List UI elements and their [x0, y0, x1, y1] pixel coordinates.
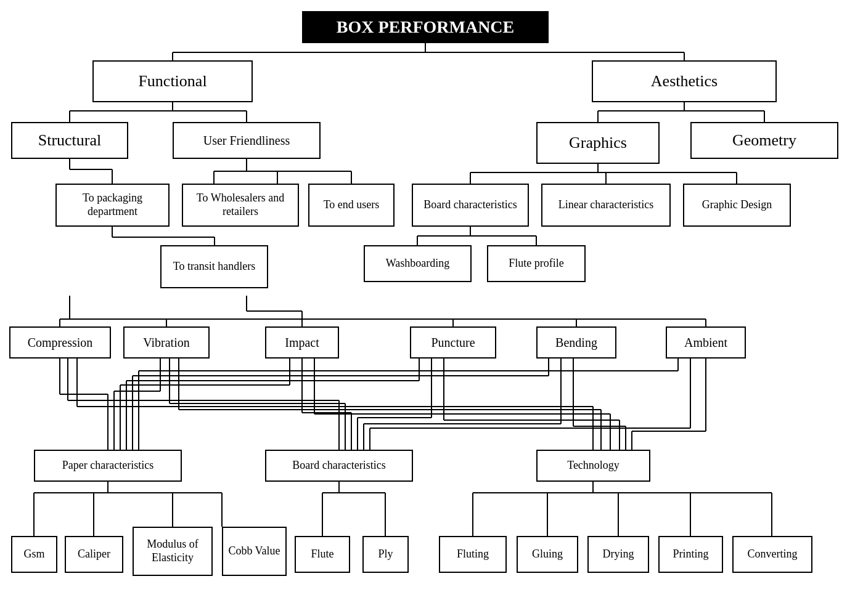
- converting-node: Converting: [732, 536, 812, 573]
- diagram: BOX PERFORMANCE Functional Aesthetics St…: [0, 0, 863, 616]
- to-packaging-node: To packaging department: [55, 184, 170, 227]
- compression-node: Compression: [9, 326, 111, 359]
- gsm-node: Gsm: [11, 536, 57, 573]
- board-char-bottom-node: Board characteristics: [265, 450, 413, 482]
- puncture-node: Puncture: [410, 326, 496, 359]
- functional-node: Functional: [92, 60, 253, 102]
- modulus-node: Modulus of Elasticity: [133, 527, 213, 576]
- drying-node: Drying: [587, 536, 649, 573]
- flute-profile-node: Flute profile: [487, 245, 586, 282]
- graphic-design-node: Graphic Design: [683, 184, 791, 227]
- linear-char-node: Linear characteristics: [541, 184, 671, 227]
- to-end-users-node: To end users: [308, 184, 395, 227]
- board-char-top-node: Board characteristics: [412, 184, 529, 227]
- ply-node: Ply: [362, 536, 409, 573]
- technology-node: Technology: [536, 450, 650, 482]
- gluing-node: Gluing: [517, 536, 578, 573]
- cobb-node: Cobb Value: [222, 527, 287, 576]
- bending-node: Bending: [536, 326, 616, 359]
- printing-node: Printing: [658, 536, 723, 573]
- vibration-node: Vibration: [123, 326, 210, 359]
- impact-node: Impact: [265, 326, 339, 359]
- aesthetics-node: Aesthetics: [592, 60, 777, 102]
- paper-char-node: Paper characteristics: [34, 450, 182, 482]
- title-node: BOX PERFORMANCE: [302, 11, 549, 43]
- graphics-node: Graphics: [536, 122, 660, 164]
- ambient-node: Ambient: [666, 326, 746, 359]
- to-wholesalers-node: To Wholesalers and retailers: [182, 184, 299, 227]
- geometry-node: Geometry: [690, 122, 838, 159]
- washboarding-node: Washboarding: [364, 245, 472, 282]
- to-transit-node: To transit handlers: [160, 245, 268, 288]
- flute-bottom-node: Flute: [295, 536, 350, 573]
- user-friendliness-node: User Friendliness: [173, 122, 321, 159]
- caliper-node: Caliper: [65, 536, 123, 573]
- fluting-node: Fluting: [439, 536, 507, 573]
- structural-node: Structural: [11, 122, 128, 159]
